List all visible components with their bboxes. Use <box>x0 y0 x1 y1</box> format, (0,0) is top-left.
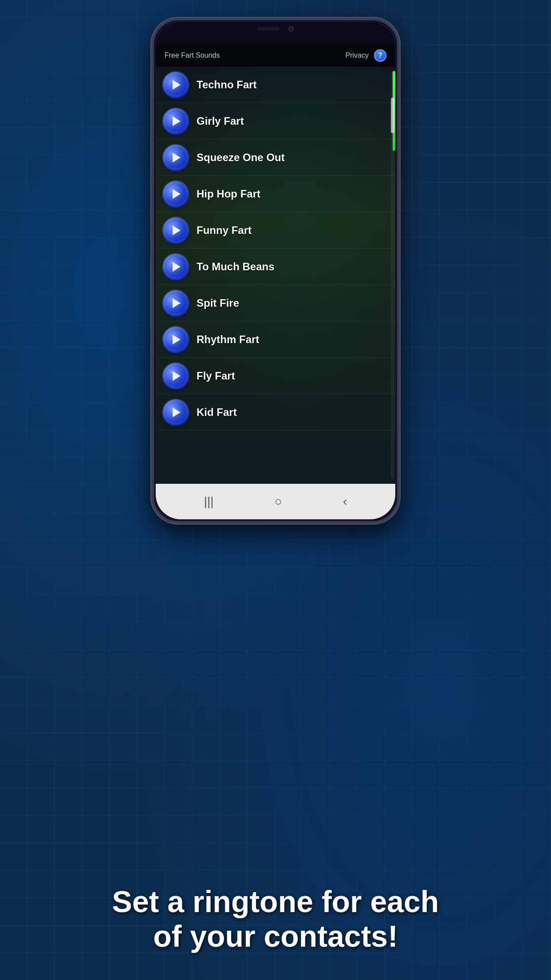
phone-notch <box>231 22 320 36</box>
sound-name-1: Techno Fart <box>197 79 257 91</box>
sound-list-item[interactable]: Squeeze One Out <box>156 139 395 176</box>
cta-line2: of your contacts! <box>153 919 398 953</box>
play-button-4[interactable] <box>163 181 189 207</box>
play-button-3[interactable] <box>163 145 189 170</box>
privacy-link[interactable]: Privacy <box>346 51 369 59</box>
sound-list-item[interactable]: Kid Fart <box>156 394 395 431</box>
play-button-10[interactable] <box>163 399 189 425</box>
status-bar: Free Fart Sounds Privacy ? <box>156 44 395 67</box>
help-button[interactable]: ? <box>374 49 386 62</box>
scrollbar-track <box>391 71 394 479</box>
cta-line1: Set a ringtone for each <box>112 885 439 918</box>
play-icon-8 <box>173 335 181 344</box>
sound-name-7: Spit Fire <box>197 297 239 309</box>
sound-name-5: Funny Fart <box>197 224 252 237</box>
bottom-cta: Set a ringtone for each of your contacts… <box>0 884 551 953</box>
scrollbar[interactable] <box>391 71 394 479</box>
navigation-bar: ||| ○ ‹ <box>156 484 395 519</box>
sound-list-item[interactable]: Fly Fart <box>156 358 395 394</box>
nav-home-icon[interactable]: ○ <box>275 494 282 509</box>
app-screen: Free Fart Sounds Privacy ? Techno Fart G… <box>156 44 395 484</box>
play-button-6[interactable] <box>163 254 189 280</box>
sound-list-item[interactable]: Girly Fart <box>156 103 395 139</box>
play-icon-2 <box>173 116 181 126</box>
play-button-5[interactable] <box>163 217 189 243</box>
sound-name-8: Rhythm Fart <box>197 333 259 346</box>
sound-name-9: Fly Fart <box>197 370 235 382</box>
sound-name-6: To Much Beans <box>197 261 275 273</box>
sound-list-item[interactable]: Hip Hop Fart <box>156 176 395 212</box>
phone-inner: Free Fart Sounds Privacy ? Techno Fart G… <box>156 22 395 519</box>
notch-sensor <box>257 27 279 31</box>
play-icon-4 <box>173 189 181 199</box>
sound-list-item[interactable]: Funny Fart <box>156 212 395 249</box>
sound-list-item[interactable]: Spit Fire <box>156 285 395 321</box>
sound-list-item[interactable]: Rhythm Fart <box>156 321 395 358</box>
bottom-cta-text: Set a ringtone for each of your contacts… <box>35 884 516 953</box>
sound-name-10: Kid Fart <box>197 406 237 419</box>
play-icon-1 <box>173 80 181 90</box>
play-icon-5 <box>173 225 181 235</box>
play-button-8[interactable] <box>163 327 189 352</box>
sound-name-4: Hip Hop Fart <box>197 188 260 200</box>
play-button-7[interactable] <box>163 290 189 316</box>
play-icon-9 <box>173 371 181 381</box>
app-title: Free Fart Sounds <box>165 51 220 59</box>
scrollbar-thumb <box>391 98 394 133</box>
sound-list: Techno Fart Girly Fart Squeeze One Out H… <box>156 67 395 484</box>
play-icon-6 <box>173 262 181 272</box>
sound-name-2: Girly Fart <box>197 115 244 127</box>
phone-frame: Free Fart Sounds Privacy ? Techno Fart G… <box>151 18 400 524</box>
play-icon-7 <box>173 298 181 308</box>
sound-list-item[interactable]: To Much Beans <box>156 249 395 285</box>
side-button <box>398 145 400 167</box>
play-button-1[interactable] <box>163 72 189 98</box>
sound-name-3: Squeeze One Out <box>197 151 285 164</box>
nav-back-icon[interactable]: ‹ <box>343 494 347 509</box>
play-button-9[interactable] <box>163 363 189 389</box>
notch-camera <box>288 26 294 32</box>
status-bar-right: Privacy ? <box>346 49 386 62</box>
play-button-2[interactable] <box>163 108 189 134</box>
play-icon-10 <box>173 407 181 417</box>
nav-menu-icon[interactable]: ||| <box>204 494 214 509</box>
sound-list-item[interactable]: Techno Fart <box>156 67 395 103</box>
play-icon-3 <box>173 153 181 162</box>
